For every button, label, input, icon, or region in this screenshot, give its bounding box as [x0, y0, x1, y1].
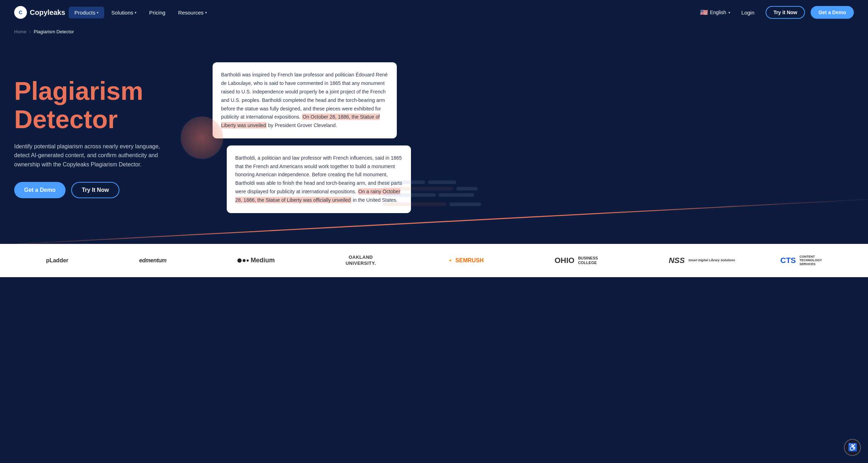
login-button[interactable]: Login [736, 7, 760, 18]
hero-bubble-decoration [181, 116, 223, 159]
chevron-down-icon: ▾ [205, 11, 207, 15]
hero-right: Bartholdi was inspired by French law pro… [191, 62, 854, 213]
logo-pladder: pLadder [46, 257, 68, 264]
nav-products[interactable]: Products ▾ [69, 7, 104, 18]
hero-section: Plagiarism Detector Identify potential p… [0, 39, 868, 244]
logo-cts: CTS CONTENTTECHNOLOGYSERVICES [780, 255, 822, 266]
hero-title: Plagiarism Detector [14, 77, 191, 133]
nav-solutions[interactable]: Solutions ▾ [106, 7, 142, 18]
logo-icon: C [14, 6, 27, 19]
logo-medium: Medium [237, 257, 275, 264]
language-selector[interactable]: 🇺🇸 English ▾ [700, 8, 730, 16]
card1-text3: by President Grover Cleveland. [267, 122, 337, 128]
logo-oakland: OAKLANDUNIVERSITY. [345, 255, 376, 267]
hero-buttons: Get a Demo Try It Now [14, 182, 191, 198]
hero-subtitle: Identify potential plagiarism across nea… [14, 142, 163, 169]
get-demo-button[interactable]: Get a Demo [14, 182, 66, 198]
breadcrumb: Home › Plagiarism Detector [0, 25, 868, 39]
logo[interactable]: C Copyleaks [14, 6, 65, 19]
nav-right: 🇺🇸 English ▾ Login Try it Now Get a Demo [700, 6, 854, 19]
logo-edmentum: edmentum [139, 257, 167, 264]
medium-dots-icon [237, 258, 249, 263]
logos-strip: pLadder edmentum Medium OAKLANDUNIVERSIT… [0, 244, 868, 277]
flag-icon: 🇺🇸 [700, 8, 708, 16]
logo-text: Copyleaks [30, 8, 65, 17]
try-now-button[interactable]: Try it Now [766, 6, 805, 19]
hero-left: Plagiarism Detector Identify potential p… [14, 77, 191, 198]
breadcrumb-separator: › [29, 29, 31, 34]
breadcrumb-home[interactable]: Home [14, 29, 27, 34]
logo-ohio-business: OHIO BUSINESSCOLLEGE [554, 256, 598, 265]
try-it-now-button[interactable]: Try It Now [71, 182, 119, 198]
chevron-down-icon: ▾ [97, 11, 98, 15]
comparison-card-1: Bartholdi was inspired by French law pro… [213, 62, 397, 138]
ghost-skeleton-decoration [383, 181, 854, 206]
logo-semrush: 🔸 SEMRUSH [447, 257, 484, 264]
breadcrumb-current: Plagiarism Detector [34, 29, 74, 34]
chevron-down-icon: ▾ [135, 11, 136, 15]
navigation: C Copyleaks Products ▾ Solutions ▾ Prici… [0, 0, 868, 25]
chevron-down-icon: ▾ [728, 11, 730, 15]
nav-resources[interactable]: Resources ▾ [173, 7, 213, 18]
get-demo-nav-button[interactable]: Get a Demo [811, 6, 854, 19]
nav-pricing[interactable]: Pricing [143, 7, 171, 18]
nav-items: Products ▾ Solutions ▾ Pricing Resources… [69, 7, 700, 18]
logo-nss: NSS Smart Digital Library Solutions [669, 256, 709, 265]
